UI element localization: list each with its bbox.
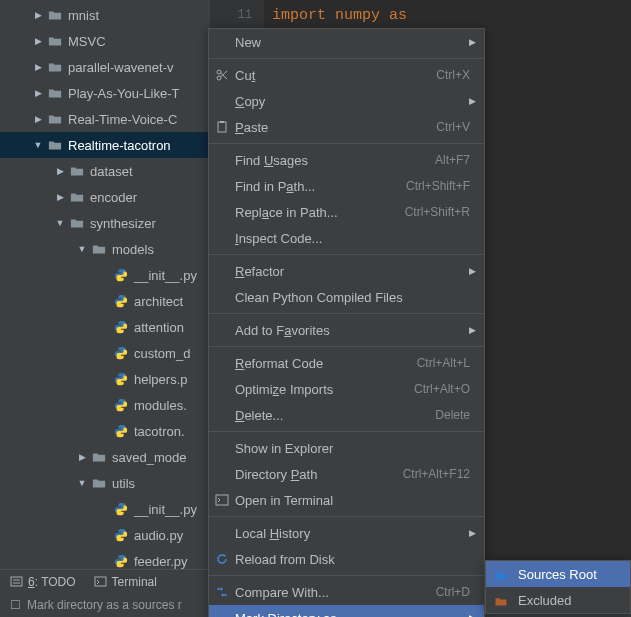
menu-item-open-in-terminal[interactable]: Open in Terminal — [209, 487, 484, 513]
svg-rect-0 — [11, 577, 22, 586]
tree-item-msvc[interactable]: ▶MSVC — [0, 28, 210, 54]
submenu-arrow-icon: ▶ — [469, 96, 476, 106]
clipboard-icon — [214, 119, 230, 135]
chevron-right-icon[interactable]: ▶ — [52, 192, 68, 202]
menu-item-clean-python-compiled-files[interactable]: Clean Python Compiled Files — [209, 284, 484, 310]
menu-label: Delete... — [235, 408, 435, 423]
info-icon: ☐ — [10, 598, 21, 612]
menu-separator — [209, 58, 484, 59]
python-file-icon — [112, 501, 130, 517]
tree-label: custom_d — [134, 346, 190, 361]
menu-label: Paste — [235, 120, 436, 135]
tree-item-realtime-tacotron[interactable]: ▼Realtime-tacotron — [0, 132, 210, 158]
chevron-right-icon[interactable]: ▶ — [30, 10, 46, 20]
menu-item-copy[interactable]: Copy▶ — [209, 88, 484, 114]
python-file-icon — [112, 527, 130, 543]
menu-item-new[interactable]: New▶ — [209, 29, 484, 55]
tree-item-tacotron-[interactable]: ▶tacotron. — [0, 418, 210, 444]
chevron-down-icon[interactable]: ▼ — [52, 218, 68, 228]
tree-item-models[interactable]: ▼models — [0, 236, 210, 262]
folder-icon — [494, 595, 508, 606]
tree-item-utils[interactable]: ▼utils — [0, 470, 210, 496]
menu-item-inspect-code[interactable]: Inspect Code... — [209, 225, 484, 251]
chevron-down-icon[interactable]: ▼ — [74, 478, 90, 488]
menu-item-reload-from-disk[interactable]: Reload from Disk — [209, 546, 484, 572]
tree-item-helpers-p[interactable]: ▶helpers.p — [0, 366, 210, 392]
folder-icon — [90, 449, 108, 465]
chevron-right-icon[interactable]: ▶ — [30, 114, 46, 124]
tree-item-saved-mode[interactable]: ▶saved_mode — [0, 444, 210, 470]
chevron-right-icon[interactable]: ▶ — [52, 166, 68, 176]
hint-text: Mark directory as a sources r — [27, 598, 182, 612]
tree-label: utils — [112, 476, 135, 491]
menu-item-refactor[interactable]: Refactor▶ — [209, 258, 484, 284]
code-line[interactable]: import numpy as — [264, 0, 631, 31]
tree-label: modules. — [134, 398, 187, 413]
tree-item--init-py[interactable]: ▶__init__.py — [0, 496, 210, 522]
tree-item-architect[interactable]: ▶architect — [0, 288, 210, 314]
menu-item-delete[interactable]: Delete...Delete — [209, 402, 484, 428]
tree-item-real-time-voice-c[interactable]: ▶Real-Time-Voice-C — [0, 106, 210, 132]
context-menu[interactable]: New▶CutCtrl+XCopy▶PasteCtrl+VFind Usages… — [208, 28, 485, 617]
menu-label: Add to Favorites — [235, 323, 470, 338]
submenu-item-sources-root[interactable]: Sources Root — [486, 561, 630, 587]
folder-icon — [46, 85, 64, 101]
menu-label: Find Usages — [235, 153, 435, 168]
menu-item-find-usages[interactable]: Find UsagesAlt+F7 — [209, 147, 484, 173]
tree-label: Real-Time-Voice-C — [68, 112, 177, 127]
menu-item-reformat-code[interactable]: Reformat CodeCtrl+Alt+L — [209, 350, 484, 376]
chevron-right-icon[interactable]: ▶ — [74, 452, 90, 462]
menu-item-cut[interactable]: CutCtrl+X — [209, 62, 484, 88]
menu-item-optimize-imports[interactable]: Optimize ImportsCtrl+Alt+O — [209, 376, 484, 402]
menu-item-show-in-explorer[interactable]: Show in Explorer — [209, 435, 484, 461]
chevron-right-icon[interactable]: ▶ — [30, 62, 46, 72]
menu-item-add-to-favorites[interactable]: Add to Favorites▶ — [209, 317, 484, 343]
line-number: 11 — [210, 0, 252, 31]
menu-item-compare-with[interactable]: Compare With...Ctrl+D — [209, 579, 484, 605]
tree-item-synthesizer[interactable]: ▼synthesizer — [0, 210, 210, 236]
chevron-right-icon[interactable]: ▶ — [30, 36, 46, 46]
terminal-tab[interactable]: Terminal — [94, 575, 157, 589]
chevron-down-icon[interactable]: ▼ — [30, 140, 46, 150]
svg-rect-10 — [216, 495, 228, 505]
tree-item-parallel-wavenet-v[interactable]: ▶parallel-wavenet-v — [0, 54, 210, 80]
mark-directory-submenu[interactable]: Sources RootExcluded — [485, 560, 631, 614]
terminal-icon — [214, 492, 230, 508]
submenu-item-excluded[interactable]: Excluded — [486, 587, 630, 613]
menu-item-local-history[interactable]: Local History▶ — [209, 520, 484, 546]
folder-icon — [90, 241, 108, 257]
tree-item-encoder[interactable]: ▶encoder — [0, 184, 210, 210]
menu-label: Inspect Code... — [235, 231, 470, 246]
chevron-right-icon[interactable]: ▶ — [30, 88, 46, 98]
chevron-down-icon[interactable]: ▼ — [74, 244, 90, 254]
tree-item--init-py[interactable]: ▶__init__.py — [0, 262, 210, 288]
project-tree[interactable]: ▶mnist▶MSVC▶parallel-wavenet-v▶Play-As-Y… — [0, 0, 210, 569]
tree-item-mnist[interactable]: ▶mnist — [0, 2, 210, 28]
tree-item-audio-py[interactable]: ▶audio.py — [0, 522, 210, 548]
tree-item-attention[interactable]: ▶attention — [0, 314, 210, 340]
menu-item-directory-path[interactable]: Directory PathCtrl+Alt+F12 — [209, 461, 484, 487]
tree-label: audio.py — [134, 528, 183, 543]
python-file-icon — [112, 293, 130, 309]
menu-item-find-in-path[interactable]: Find in Path...Ctrl+Shift+F — [209, 173, 484, 199]
menu-item-mark-directory-as[interactable]: Mark Directory as▶ — [209, 605, 484, 617]
menu-shortcut: Ctrl+Shift+R — [405, 205, 470, 219]
menu-item-paste[interactable]: PasteCtrl+V — [209, 114, 484, 140]
tree-item-modules-[interactable]: ▶modules. — [0, 392, 210, 418]
python-file-icon — [112, 397, 130, 413]
tree-label: dataset — [90, 164, 133, 179]
tree-item-custom-d[interactable]: ▶custom_d — [0, 340, 210, 366]
submenu-label: Sources Root — [518, 567, 616, 582]
tree-label: encoder — [90, 190, 137, 205]
menu-item-replace-in-path[interactable]: Replace in Path...Ctrl+Shift+R — [209, 199, 484, 225]
tree-item-feeder-py[interactable]: ▶feeder.py — [0, 548, 210, 569]
tree-item-dataset[interactable]: ▶dataset — [0, 158, 210, 184]
menu-separator — [209, 313, 484, 314]
menu-label: Open in Terminal — [235, 493, 470, 508]
tree-item-play-as-you-like-t[interactable]: ▶Play-As-You-Like-T — [0, 80, 210, 106]
todo-tab[interactable]: 6: TODO — [10, 575, 76, 589]
todo-icon — [10, 575, 23, 588]
menu-shortcut: Ctrl+Alt+L — [417, 356, 470, 370]
python-file-icon — [112, 553, 130, 569]
menu-label: Optimize Imports — [235, 382, 414, 397]
